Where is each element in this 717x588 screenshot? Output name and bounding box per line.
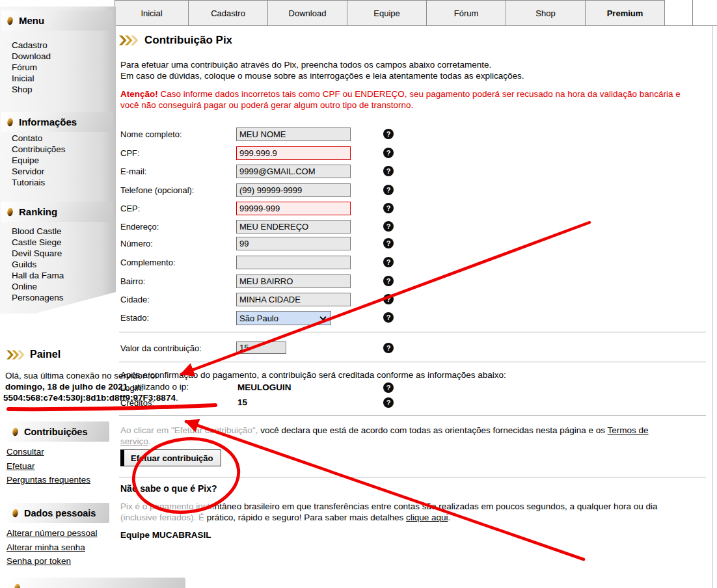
tab-forum[interactable]: Fórum (426, 0, 506, 26)
separator (119, 415, 706, 416)
team-signature: Equipe MUCABRASIL (120, 530, 211, 540)
pix-line1: Pix é o pagamento instantâneo brasileiro… (120, 501, 658, 511)
pix-heading: Não sabe o que é Pix? (120, 483, 217, 494)
sidebar-item-inicial[interactable]: Inicial (12, 73, 51, 84)
tab-shop[interactable]: Shop (506, 0, 586, 26)
estado-selected-value: São Paulo (239, 314, 278, 323)
cidade-label: Cidade: (120, 295, 150, 304)
dados-pessoais-links: Alterar número pessoal Alterar minha sen… (7, 526, 98, 568)
estado-select[interactable]: São Paulo (236, 311, 331, 325)
painel-heading: Painel (7, 349, 61, 360)
gem-icon (7, 118, 14, 127)
connection-date: domingo, 18 de julho de 2021 (5, 382, 128, 392)
intro-line2: Em caso de dúvidas, coloque o mouse sobr… (120, 71, 524, 81)
tab-cadastro[interactable]: Cadastro (188, 0, 268, 26)
sidebar-item-contribuicoes[interactable]: Contribuições (12, 144, 66, 155)
cpf-input[interactable] (236, 146, 351, 160)
nome-completo-label: Nome completo: (120, 129, 182, 139)
gem-icon (12, 427, 19, 436)
sidebar-item-hall-da-fama[interactable]: Hall da Fama (12, 270, 64, 281)
page-title-row: Contribuição Pix (119, 34, 232, 47)
efetuar-contribuicao-button[interactable]: Efetuar contribuição (120, 449, 221, 466)
sidebar-item-shop[interactable]: Shop (12, 84, 51, 95)
sidebar-item-forum[interactable]: Fórum (12, 62, 51, 73)
sidebar-item-download[interactable]: Download (12, 51, 51, 62)
termos-de-servico-link[interactable]: Termos de (608, 425, 649, 435)
sidebar-item-tutoriais[interactable]: Tutoriais (12, 177, 66, 188)
question-mark-icon[interactable]: ? (383, 185, 394, 195)
question-mark-icon[interactable]: ? (383, 343, 394, 353)
clique-aqui-link[interactable]: clique aqui (406, 513, 448, 522)
gem-icon (12, 509, 19, 518)
last-connection-line2: domingo, 18 de julho de 2021, utilizando… (5, 381, 189, 392)
sidebar-item-guilds[interactable]: Guilds (12, 259, 64, 270)
question-mark-icon[interactable]: ? (383, 276, 394, 286)
warning-line2: você não conseguirá pagar ou poderá gera… (120, 100, 413, 110)
painel-title: Painel (30, 349, 61, 360)
nav-filler (665, 0, 717, 26)
sidebar-header-informacoes: Informações (1, 112, 113, 132)
sidebar-item-blood-castle[interactable]: Blood Castle (12, 226, 64, 237)
intro-line1: Para efetuar uma contribuição através do… (120, 60, 491, 70)
question-mark-icon[interactable]: ? (383, 382, 394, 393)
sidebar-item-contato[interactable]: Contato (12, 133, 66, 144)
email-label: E-mail: (120, 167, 146, 176)
complemento-label: Complemento: (120, 258, 176, 267)
terms-line2: serviço. (120, 436, 151, 446)
page-title: Contribuição Pix (144, 34, 232, 47)
login-label: Login: (120, 383, 143, 393)
question-mark-icon[interactable]: ? (383, 203, 394, 213)
sidebar-link-alterar-numero-pessoal[interactable]: Alterar número pessoal (7, 526, 98, 541)
question-mark-icon[interactable]: ? (383, 166, 394, 176)
question-mark-icon[interactable]: ? (383, 312, 394, 323)
valor-input[interactable] (236, 341, 286, 354)
cidade-input[interactable] (236, 293, 351, 306)
numero-label: Número: (120, 239, 153, 248)
page-right-border (712, 26, 713, 588)
gem-icon (7, 207, 14, 217)
question-mark-icon[interactable]: ? (383, 238, 394, 248)
tab-inicial[interactable]: Inicial (115, 0, 189, 26)
cep-input[interactable] (236, 202, 351, 215)
termos-de-servico-link[interactable]: serviço (120, 436, 148, 446)
telefone-input[interactable] (236, 183, 351, 197)
numero-input[interactable] (236, 237, 351, 250)
email-input[interactable] (236, 165, 351, 178)
sidebar-item-online[interactable]: Online (12, 281, 64, 292)
contribuicoes-links: Consultar Efetuar Perguntas frequentes (7, 445, 90, 487)
sidebar-item-servidor[interactable]: Servidor (12, 166, 66, 177)
page: Inicial Cadastro Download Equipe Fórum S… (0, 0, 717, 588)
tab-premium[interactable]: Premium (585, 0, 665, 26)
question-mark-icon[interactable]: ? (383, 221, 394, 232)
question-mark-icon[interactable]: ? (383, 129, 394, 139)
sidebar-link-alterar-minha-senha[interactable]: Alterar minha senha (7, 541, 98, 555)
question-mark-icon[interactable]: ? (383, 257, 394, 267)
complemento-input[interactable] (236, 256, 351, 269)
sidebar-link-efetuar[interactable]: Efetuar (7, 459, 90, 474)
sidebar-header-contribuicoes: Contribuições (7, 421, 109, 442)
sidebar-header-dados-pessoais: Dados pessoais (7, 503, 109, 523)
tab-equipe[interactable]: Equipe (347, 0, 427, 26)
question-mark-icon[interactable]: ? (383, 294, 394, 304)
sidebar-item-cadastro[interactable]: Cadastro (12, 40, 51, 51)
section-title: Dados pessoais (24, 508, 96, 518)
sidebar-item-devil-square[interactable]: Devil Square (12, 248, 64, 259)
section-title: Menu (19, 15, 44, 26)
sidebar-link-senha-por-token[interactable]: Senha por token (7, 554, 98, 568)
sidebar-item-equipe[interactable]: Equipe (12, 155, 66, 166)
warning-line1: Atenção! Caso informe dados incorretos t… (120, 89, 681, 99)
sidebar-link-perguntas-frequentes[interactable]: Perguntas frequentes (7, 473, 90, 487)
cep-label: CEP: (120, 204, 140, 213)
sidebar-link-consultar[interactable]: Consultar (7, 445, 90, 459)
sidebar-item-castle-siege[interactable]: Castle Siege (12, 237, 64, 248)
pix-line2: (inclusive feriados). É prático, rápido … (120, 513, 450, 522)
sidebar-header-partial (8, 578, 185, 588)
sidebar-item-personagens[interactable]: Personagens (12, 292, 64, 303)
cpf-label: CPF: (120, 148, 140, 158)
bairro-input[interactable] (236, 274, 351, 288)
endereco-input[interactable] (236, 220, 351, 234)
question-mark-icon[interactable]: ? (383, 148, 394, 158)
tab-download[interactable]: Download (267, 0, 347, 26)
question-mark-icon[interactable]: ? (383, 397, 394, 408)
nome-completo-input[interactable] (236, 127, 351, 141)
